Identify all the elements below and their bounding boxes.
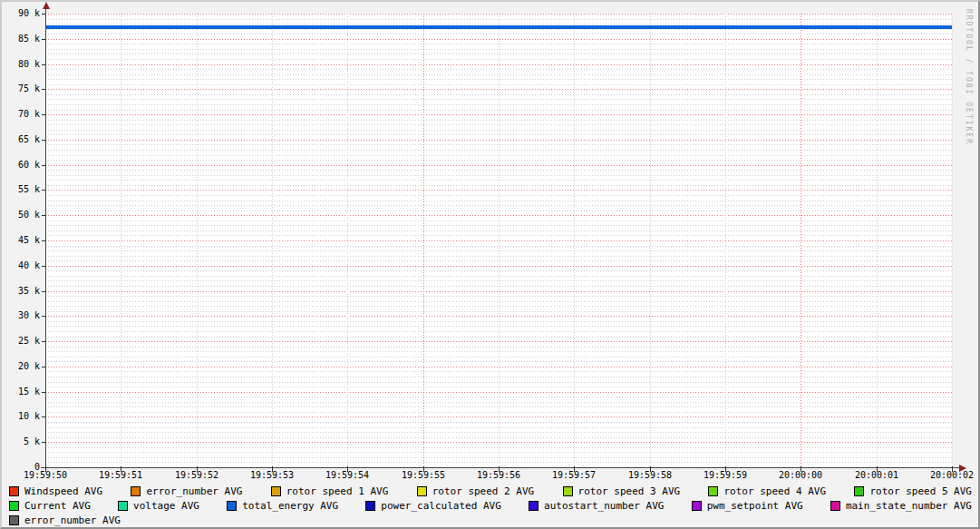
gridline-minor-vertical xyxy=(121,14,121,467)
legend-swatch xyxy=(9,501,19,511)
legend-label: rotor speed 1 AVG xyxy=(286,485,389,497)
y-axis-tick xyxy=(42,266,45,267)
x-axis-label: 19:59:55 xyxy=(396,470,451,481)
legend-label: Current AVG xyxy=(24,500,91,512)
legend-swatch xyxy=(692,501,702,511)
y-axis-tick xyxy=(42,367,45,367)
gridline-minor-vertical xyxy=(650,14,651,467)
legend-label: total_energy AVG xyxy=(242,500,338,512)
legend-label: voltage AVG xyxy=(133,500,199,512)
legend-item: rotor speed 2 AVG xyxy=(417,485,535,497)
gridline-minor-vertical xyxy=(725,14,726,467)
legend-item: rotor speed 1 AVG xyxy=(271,485,389,497)
y-axis-tick xyxy=(42,215,45,216)
y-axis-tick xyxy=(42,140,45,141)
legend-item: Current AVG xyxy=(9,500,91,512)
x-axis-label: 20:00:02 xyxy=(925,470,979,481)
x-axis-label: 19:59:54 xyxy=(320,470,374,481)
y-axis-label: 25 k xyxy=(4,336,40,347)
legend-label: main_state_number AVG xyxy=(846,500,972,512)
legend-item: error_number AVG xyxy=(131,485,242,497)
legend-swatch xyxy=(9,515,19,525)
y-axis-label: 80 k xyxy=(4,59,40,70)
legend-swatch xyxy=(271,486,281,496)
x-axis-label: 20:00:00 xyxy=(773,470,828,481)
legend-label: rotor speed 2 AVG xyxy=(432,485,535,497)
legend-swatch xyxy=(529,501,539,511)
y-axis-tick xyxy=(42,114,45,115)
legend-swatch xyxy=(854,486,864,496)
y-axis-label: 50 k xyxy=(4,210,40,220)
y-axis-label: 15 k xyxy=(4,387,40,397)
x-axis-label: 19:59:57 xyxy=(547,470,601,481)
legend-swatch xyxy=(417,486,427,496)
y-axis-label: 40 k xyxy=(4,260,40,271)
x-axis-label: 19:59:52 xyxy=(170,470,224,481)
gridline-minor-vertical xyxy=(197,14,198,467)
legend-item: power_calculated AVG xyxy=(365,500,500,512)
gridline-major-vertical xyxy=(800,14,801,467)
legend-row: error_number AVG xyxy=(9,513,972,527)
y-axis-tick xyxy=(42,39,45,40)
x-axis-line xyxy=(41,467,959,468)
y-axis-arrow-icon xyxy=(43,2,50,9)
legend-item: Windspeed AVG xyxy=(9,485,102,497)
legend-label: power_calculated AVG xyxy=(381,500,500,512)
y-axis-label: 35 k xyxy=(4,286,40,297)
legend-label: rotor speed 4 AVG xyxy=(723,485,826,497)
y-axis-label: 20 k xyxy=(4,361,40,372)
legend-label: error_number AVG xyxy=(146,485,242,497)
legend-swatch xyxy=(830,501,840,511)
legend: Windspeed AVGerror_number AVGrotor speed… xyxy=(9,484,972,527)
legend-swatch xyxy=(708,486,718,496)
legend-item: autostart_number AVG xyxy=(529,500,664,512)
legend-item: rotor speed 4 AVG xyxy=(708,485,826,497)
legend-row: Current AVGvoltage AVGtotal_energy AVGpo… xyxy=(9,498,972,513)
legend-label: rotor speed 5 AVG xyxy=(869,485,972,497)
rrdtool-watermark: RRDTOOL / TOBI OETIKER xyxy=(965,9,973,145)
y-axis-line xyxy=(45,8,46,471)
x-axis-label: 19:59:53 xyxy=(245,470,299,481)
y-axis-tick xyxy=(42,190,45,191)
legend-label: Windspeed AVG xyxy=(24,485,102,497)
y-axis-tick xyxy=(42,392,45,393)
y-axis-label: 0 xyxy=(4,462,40,473)
legend-swatch xyxy=(9,486,19,496)
gridline-minor-vertical xyxy=(272,14,273,467)
y-axis-label: 60 k xyxy=(4,160,40,171)
legend-swatch xyxy=(131,486,141,496)
y-axis-label: 55 k xyxy=(4,184,40,195)
legend-row: Windspeed AVGerror_number AVGrotor speed… xyxy=(9,484,972,498)
gridline-minor-vertical xyxy=(499,14,500,467)
legend-item: main_state_number AVG xyxy=(830,500,972,512)
y-axis-label: 65 k xyxy=(4,134,40,145)
y-axis-label: 90 k xyxy=(4,8,40,19)
y-axis-tick xyxy=(42,14,45,15)
series-line-total_energy xyxy=(45,25,952,29)
y-axis-label: 30 k xyxy=(4,310,40,321)
x-axis-label: 19:59:56 xyxy=(471,470,526,481)
legend-label: pwm_setpoint AVG xyxy=(707,500,803,512)
gridline-minor-vertical xyxy=(952,14,953,467)
y-axis-label: 70 k xyxy=(4,109,40,120)
y-axis-tick xyxy=(42,165,45,166)
gridline-minor-vertical xyxy=(574,14,575,467)
y-axis-tick xyxy=(42,416,45,417)
plot-area xyxy=(45,14,952,467)
legend-item: rotor speed 3 AVG xyxy=(563,485,681,497)
x-axis-label: 19:59:58 xyxy=(623,470,677,481)
gridline-minor-vertical xyxy=(877,14,878,467)
y-axis-tick xyxy=(42,341,45,342)
legend-label: error_number AVG xyxy=(24,514,121,526)
legend-label: rotor speed 3 AVG xyxy=(578,485,681,497)
legend-swatch xyxy=(118,501,128,511)
y-axis-tick xyxy=(42,240,45,241)
legend-swatch xyxy=(227,501,237,511)
x-axis-label: 19:59:51 xyxy=(93,470,148,481)
y-axis-label: 85 k xyxy=(4,34,40,44)
y-axis-label: 10 k xyxy=(4,411,40,422)
x-axis-label: 19:59:59 xyxy=(698,470,752,481)
y-axis-tick xyxy=(42,291,45,292)
legend-item: rotor speed 5 AVG xyxy=(854,485,972,497)
y-axis-tick xyxy=(42,316,45,317)
